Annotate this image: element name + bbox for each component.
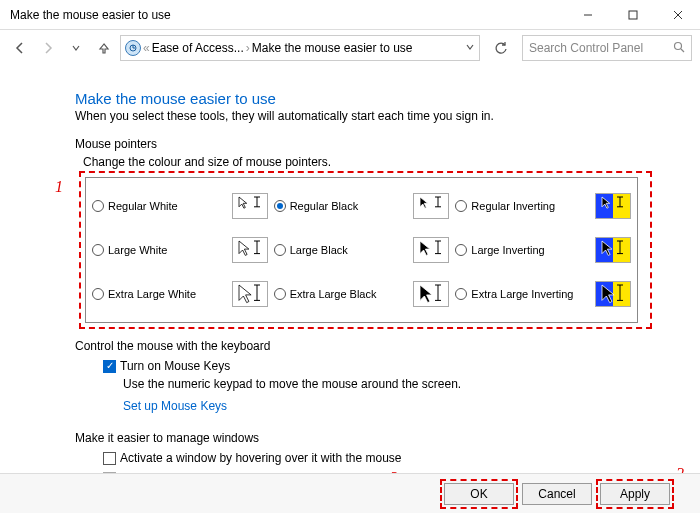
up-button[interactable] xyxy=(92,36,116,60)
control-keyboard-section-label: Control the mouse with the keyboard xyxy=(75,339,640,353)
cancel-button[interactable]: Cancel xyxy=(522,483,592,505)
activate-hover-label: Activate a window by hovering over it wi… xyxy=(120,451,401,465)
pointer-option-large-black[interactable]: Large Black xyxy=(274,230,450,270)
pointer-option-radio[interactable] xyxy=(455,288,467,300)
mouse-keys-description: Use the numeric keypad to move the mouse… xyxy=(123,377,640,391)
search-input[interactable]: Search Control Panel xyxy=(522,35,692,61)
pointer-option-regular-white[interactable]: Regular White xyxy=(92,186,268,226)
pointer-option-radio[interactable] xyxy=(274,288,286,300)
pointer-option-radio[interactable] xyxy=(92,288,104,300)
svg-point-7 xyxy=(675,42,682,49)
page-subtext: When you select these tools, they will a… xyxy=(75,109,640,123)
forward-button[interactable] xyxy=(36,36,60,60)
navigation-bar: « Ease of Access... › Make the mouse eas… xyxy=(0,30,700,66)
ok-button[interactable]: OK xyxy=(444,483,514,505)
pointer-option-extra-large-white[interactable]: Extra Large White xyxy=(92,274,268,314)
footer-buttons: OK Cancel Apply xyxy=(0,473,700,513)
pointer-option-label: Regular Black xyxy=(290,200,410,212)
pointer-preview xyxy=(232,193,268,219)
minimize-button[interactable] xyxy=(565,0,610,30)
pointer-preview xyxy=(595,193,631,219)
pointer-preview xyxy=(232,281,268,307)
pointer-preview xyxy=(595,281,631,307)
pointer-option-radio[interactable] xyxy=(92,244,104,256)
mouse-pointers-section-label: Mouse pointers xyxy=(75,137,640,151)
pointer-option-label: Extra Large White xyxy=(108,288,228,300)
pointer-preview xyxy=(413,281,449,307)
pointer-option-radio[interactable] xyxy=(92,200,104,212)
activate-hover-row[interactable]: Activate a window by hovering over it wi… xyxy=(103,451,640,465)
pointer-option-regular-black[interactable]: Regular Black xyxy=(274,186,450,226)
page-heading: Make the mouse easier to use xyxy=(75,90,640,107)
turn-on-mouse-keys-checkbox[interactable]: ✓ xyxy=(103,360,116,373)
pointer-option-label: Regular White xyxy=(108,200,228,212)
pointer-option-label: Large Inverting xyxy=(471,244,591,256)
search-icon xyxy=(673,41,685,56)
close-button[interactable] xyxy=(655,0,700,30)
pointer-option-label: Large Black xyxy=(290,244,410,256)
pointer-preview xyxy=(413,237,449,263)
pointer-option-radio[interactable] xyxy=(455,244,467,256)
pointer-option-radio[interactable] xyxy=(274,244,286,256)
pointer-option-radio[interactable] xyxy=(455,200,467,212)
setup-mouse-keys-link[interactable]: Set up Mouse Keys xyxy=(123,399,640,413)
pointer-options-grid: Regular WhiteRegular BlackRegular Invert… xyxy=(85,177,638,323)
turn-on-mouse-keys-row[interactable]: ✓ Turn on Mouse Keys xyxy=(103,359,640,373)
content-area: Make the mouse easier to use When you se… xyxy=(0,66,700,476)
pointer-option-extra-large-inverting[interactable]: Extra Large Inverting xyxy=(455,274,631,314)
breadcrumb-item-ease-of-access[interactable]: Ease of Access... xyxy=(152,41,244,55)
pointer-option-extra-large-black[interactable]: Extra Large Black xyxy=(274,274,450,314)
pointer-option-large-white[interactable]: Large White xyxy=(92,230,268,270)
pointer-option-label: Large White xyxy=(108,244,228,256)
pointer-option-label: Regular Inverting xyxy=(471,200,591,212)
control-panel-icon xyxy=(125,40,141,56)
breadcrumb[interactable]: « Ease of Access... › Make the mouse eas… xyxy=(120,35,480,61)
annotation-1: 1 xyxy=(55,178,63,196)
pointer-option-label: Extra Large Inverting xyxy=(471,288,591,300)
breadcrumb-dropdown-icon[interactable] xyxy=(465,41,475,55)
titlebar: Make the mouse easier to use xyxy=(0,0,700,30)
svg-line-8 xyxy=(681,49,684,52)
recent-locations-button[interactable] xyxy=(64,36,88,60)
manage-windows-section-label: Make it easier to manage windows xyxy=(75,431,640,445)
mouse-pointers-section-sub: Change the colour and size of mouse poin… xyxy=(83,155,640,169)
apply-button[interactable]: Apply xyxy=(600,483,670,505)
pointer-option-radio[interactable] xyxy=(274,200,286,212)
turn-on-mouse-keys-label: Turn on Mouse Keys xyxy=(120,359,230,373)
pointer-option-label: Extra Large Black xyxy=(290,288,410,300)
pointer-preview xyxy=(413,193,449,219)
back-button[interactable] xyxy=(8,36,32,60)
search-placeholder: Search Control Panel xyxy=(529,41,673,55)
window-title: Make the mouse easier to use xyxy=(10,8,565,22)
activate-hover-checkbox[interactable] xyxy=(103,452,116,465)
pointer-option-regular-inverting[interactable]: Regular Inverting xyxy=(455,186,631,226)
pointer-preview xyxy=(595,237,631,263)
svg-rect-1 xyxy=(629,11,637,19)
pointer-preview xyxy=(232,237,268,263)
maximize-button[interactable] xyxy=(610,0,655,30)
breadcrumb-item-mouse[interactable]: Make the mouse easier to use xyxy=(252,41,413,55)
breadcrumb-separator: › xyxy=(246,41,250,55)
refresh-button[interactable] xyxy=(488,35,514,61)
breadcrumb-root-chevrons: « xyxy=(143,41,150,55)
pointer-option-large-inverting[interactable]: Large Inverting xyxy=(455,230,631,270)
